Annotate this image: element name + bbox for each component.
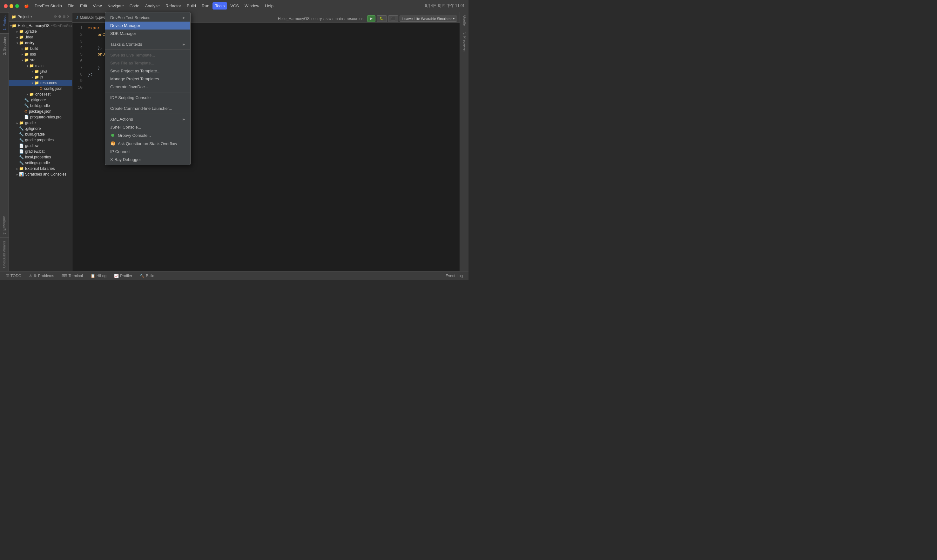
tree-item-settings-gradle[interactable]: ▸ 🔧 settings.gradle [9,160,72,166]
file-tree: ▾ 📁 Hello_HarmonyOS ~/DevEcoStudioProjec… [9,22,72,271]
simulator-label: Huawei Lite Wearable Simulator [402,17,452,21]
tree-item-js[interactable]: ▸ 📁 js [9,74,72,80]
project-panel-header: 📁 Project ▾ ⟳ ⚙ ⊟ ✕ [9,12,72,22]
menu-item-xray[interactable]: X-Ray Debugger [105,155,190,163]
right-tab-gradle[interactable]: Gradle [460,12,468,29]
menu-item-save-file-template: Save File as Template... [105,59,190,67]
tree-item-buildgradle-entry[interactable]: ▸ 🔧 build.gradle [9,103,72,109]
panel-settings-icon[interactable]: ⚙ [58,15,61,19]
bottom-tab-build[interactable]: 🔨 Build [137,273,157,279]
tree-item-scratches[interactable]: ▸ 📊 Scratches and Consoles [9,171,72,177]
menu-window[interactable]: Window [242,2,262,9]
panel-close-icon[interactable]: ✕ [67,15,69,19]
ide-scripting-label: IDE Scripting Console [110,95,151,100]
menu-item-save-project-template[interactable]: Save Project as Template... [105,67,190,75]
xray-label: X-Ray Debugger [110,157,141,162]
menu-item-generate-javadoc[interactable]: Generate JavaDoc... [105,83,190,91]
tree-item-root[interactable]: ▾ 📁 Hello_HarmonyOS ~/DevEcoStudioProjec… [9,23,72,29]
panel-sync-icon[interactable]: ⟳ [54,15,57,19]
bottom-tab-terminal[interactable]: ⌨ Terminal [59,273,86,279]
stop-button[interactable]: ⬛ [388,15,398,22]
menu-deveco[interactable]: DevEco Studio [32,2,65,9]
menu-item-sdk-manager[interactable]: SDK Manager [105,29,190,37]
maximize-button[interactable] [15,4,19,8]
tree-item-gradle-hidden[interactable]: ▸ 📁 .gradle [9,29,72,34]
tree-item-local-properties[interactable]: ▸ 🔧 local.properties [9,154,72,160]
menu-item-ide-scripting[interactable]: IDE Scripting Console [105,94,190,102]
tree-item-src[interactable]: ▾ 📁 src [9,57,72,63]
titlebar-right: 6月4日 周五 下午 11:01 [425,3,465,9]
menu-tools[interactable]: Tools [213,2,227,9]
titlebar: 🍎 DevEco Studio File Edit View Navigate … [0,0,468,12]
menu-edit[interactable]: Edit [77,2,89,9]
menu-item-deveco-test[interactable]: DevEco Test Services ▶ [105,14,190,22]
menu-item-tasks-contexts[interactable]: Tasks & Contexts ▶ [105,40,190,48]
menu-item-manage-project-templates[interactable]: Manage Project Templates... [105,75,190,83]
sidebar-item-project[interactable]: 1: Project [0,12,9,33]
menu-view[interactable]: View [90,2,104,9]
sidebar-item-ohosbuild[interactable]: OhosBuild Variants [0,237,9,271]
tasks-contexts-arrow: ▶ [183,43,185,46]
menu-run[interactable]: Run [199,2,212,9]
tree-item-java[interactable]: ▸ 📁 java [9,69,72,74]
bottom-tab-eventlog[interactable]: Event Log [442,273,466,279]
profiler-label: Profiler [120,274,132,278]
simulator-selector[interactable]: Huawei Lite Wearable Simulator ▾ [399,15,457,22]
menu-refactor[interactable]: Refactor [163,2,183,9]
tree-item-external-libs[interactable]: ▸ 📁 External Libraries [9,166,72,171]
bottom-tab-problems[interactable]: ⚠ 6: Problems [26,273,57,279]
tree-item-gitignore-root[interactable]: ▸ 🔧 .gitignore [9,126,72,131]
tree-item-gradlew[interactable]: ▸ 📄 gradlew [9,143,72,149]
project-panel-dropdown[interactable]: ▾ [31,15,32,19]
divider-3 [105,92,190,92]
debug-button[interactable]: 🐛 [377,15,387,22]
menu-item-stackoverflow[interactable]: 🥞 Ask Question on Stack Overflow [105,139,190,148]
menu-file[interactable]: File [65,2,77,9]
tree-item-package-json[interactable]: ▸ ⚙ package.json [9,109,72,114]
close-button[interactable] [4,4,8,8]
menu-item-device-manager[interactable]: Device Manager [105,22,190,29]
menu-item-save-live-template: Save as Live Template... [105,51,190,59]
tree-item-gradlew-bat[interactable]: ▸ 📄 gradlew.bat [9,149,72,154]
menu-code[interactable]: Code [127,2,142,9]
menu-item-xml-actions[interactable]: XML Actions ▶ [105,115,190,123]
tree-item-gradle-properties[interactable]: ▸ 🔧 gradle.properties [9,137,72,143]
menu-analyze[interactable]: Analyze [143,2,162,9]
minimize-button[interactable] [9,4,13,8]
tree-item-proguard[interactable]: ▸ 📄 proguard-rules.pro [9,114,72,120]
tree-item-ohostest[interactable]: ▸ 📁 ohosTest [9,91,72,97]
xml-actions-label: XML Actions [110,117,133,122]
tree-item-config-json[interactable]: ▸ ⚙ config.json [9,86,72,91]
tree-item-libs[interactable]: ▸ 📁 libs [9,51,72,57]
tree-item-idea[interactable]: ▸ 📁 .idea [9,34,72,40]
panel-expand-icon[interactable]: ⊟ [63,15,65,19]
hilog-icon: 📋 [91,274,95,278]
menu-navigate[interactable]: Navigate [105,2,126,9]
bottom-tab-profiler[interactable]: 📈 Profiler [111,273,135,279]
build-icon: 🔨 [140,274,145,278]
tree-item-main[interactable]: ▾ 📁 main [9,63,72,69]
menu-item-groovy-console[interactable]: Groovy Console... [105,131,190,139]
breadcrumb-root: Hello_HarmonyOS [278,17,310,21]
breadcrumb-src: src [325,17,331,21]
menu-item-jshell[interactable]: JShell Console... [105,123,190,131]
sidebar-item-structure[interactable]: 2: Structure [0,33,9,58]
menu-item-create-cli[interactable]: Create Command-line Launcher... [105,105,190,112]
menu-item-ip-connect[interactable]: IP Connect [105,148,190,155]
menu-vcs[interactable]: VCS [228,2,241,9]
bottom-tab-todo[interactable]: ☑ TODO [3,273,25,279]
menu-build[interactable]: Build [184,2,199,9]
tree-item-resources[interactable]: ▾ 📁 resources [9,80,72,86]
tree-item-build[interactable]: ▸ 📁 build [9,46,72,51]
sidebar-item-favorites[interactable]: 2: Favorites [0,213,9,237]
traffic-lights [4,4,19,8]
tree-item-gitignore-entry[interactable]: ▸ 🔧 .gitignore [9,97,72,103]
tree-item-buildgradle-root[interactable]: ▸ 🔧 build.gradle [9,131,72,137]
tree-item-gradle-root[interactable]: ▸ 📁 gradle [9,120,72,126]
menu-help[interactable]: Help [262,2,276,9]
run-button[interactable]: ▶ [367,15,375,22]
tree-item-entry[interactable]: ▾ 📁 entry [9,40,72,46]
project-panel-folder-icon: 📁 [11,15,16,19]
bottom-tab-hilog[interactable]: 📋 HiLog [87,273,109,279]
right-tab-previewer[interactable]: 3: Previewer [460,29,468,55]
